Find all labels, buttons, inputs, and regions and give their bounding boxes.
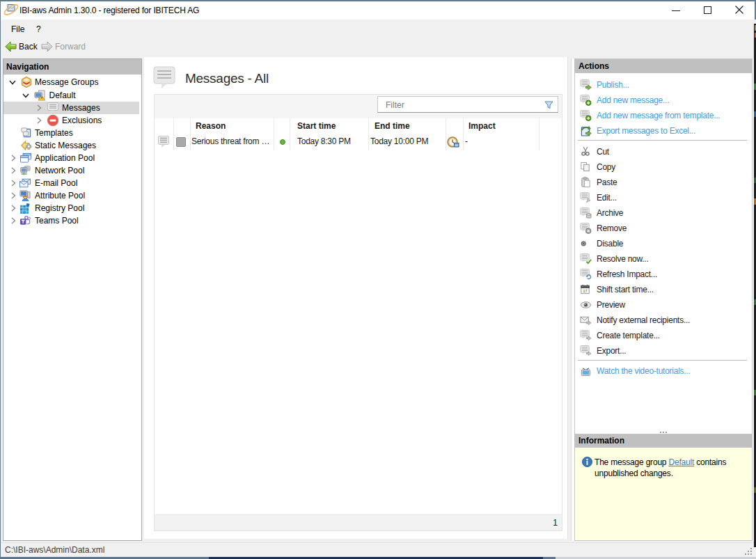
- svg-text:17: 17: [583, 288, 587, 292]
